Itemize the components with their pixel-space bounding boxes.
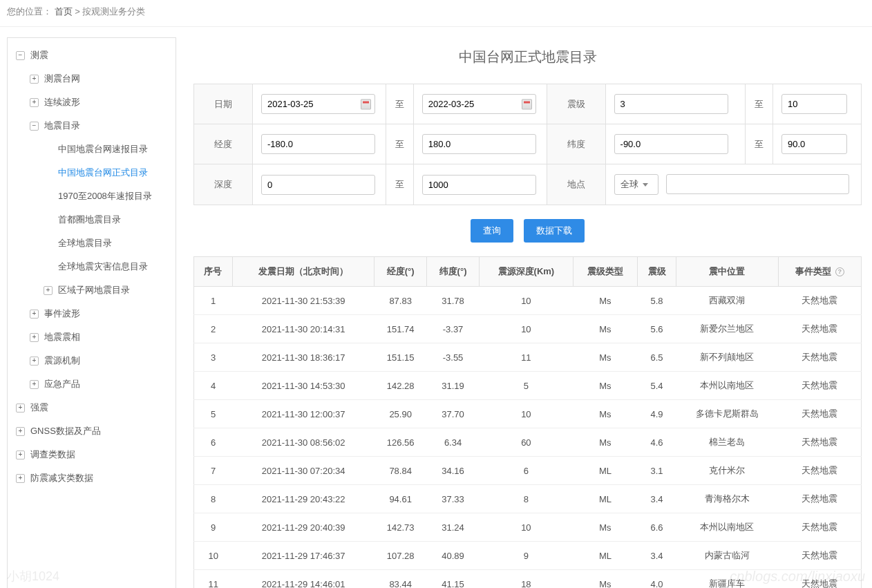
collapse-icon[interactable]: − bbox=[16, 51, 25, 60]
magnitude-to-input[interactable] bbox=[781, 94, 847, 114]
sidebar: − 测震 +测震台网+连续波形−地震目录中国地震台网速报目录中国地震台网正式目录… bbox=[7, 37, 176, 588]
table-row[interactable]: 62021-11-30 08:56:02126.566.3460Ms4.6棉兰老… bbox=[194, 428, 862, 457]
table-cell: 3.4 bbox=[638, 485, 676, 513]
table-cell: 6 bbox=[194, 428, 233, 457]
sidebar-item[interactable]: 全球地震灾害信息目录 bbox=[8, 255, 176, 278]
table-cell: 9 bbox=[479, 542, 573, 570]
table-cell: 31.24 bbox=[427, 513, 480, 542]
sidebar-item[interactable]: +GNSS数据及产品 bbox=[8, 419, 176, 443]
expand-icon[interactable]: + bbox=[30, 310, 39, 319]
sidebar-item[interactable]: 1970至2008年速报目录 bbox=[8, 184, 176, 208]
table-cell: 151.15 bbox=[375, 343, 427, 372]
sidebar-item[interactable]: 全球地震目录 bbox=[8, 231, 176, 255]
breadcrumb-current: 按观测业务分类 bbox=[82, 6, 145, 17]
magnitude-from-input[interactable] bbox=[614, 94, 728, 114]
sidebar-item[interactable]: +震源机制 bbox=[8, 349, 176, 372]
table-cell: Ms bbox=[573, 372, 637, 400]
query-button[interactable]: 查询 bbox=[471, 219, 513, 243]
expand-icon[interactable]: + bbox=[16, 451, 25, 459]
table-header: 序号 bbox=[194, 257, 233, 287]
table-row[interactable]: 42021-11-30 14:53:30142.2831.195Ms5.4本州以… bbox=[194, 372, 862, 400]
table-cell: 126.56 bbox=[375, 428, 427, 457]
table-row[interactable]: 22021-11-30 20:14:31151.74-3.3710Ms5.6新爱… bbox=[194, 315, 862, 343]
table-cell: 5.8 bbox=[638, 287, 676, 315]
sidebar-item[interactable]: +区域子网地震目录 bbox=[8, 278, 176, 302]
table-row[interactable]: 32021-11-30 18:36:17151.15-3.5511Ms6.5新不… bbox=[194, 343, 862, 372]
table-cell: 9 bbox=[194, 513, 233, 542]
expand-icon[interactable]: + bbox=[16, 427, 25, 436]
download-button[interactable]: 数据下载 bbox=[524, 219, 585, 243]
table-cell: 6.5 bbox=[638, 343, 676, 372]
table-cell: 10 bbox=[194, 542, 233, 570]
tree-root[interactable]: − 测震 bbox=[8, 44, 176, 67]
table-cell: 34.16 bbox=[427, 457, 480, 485]
label-depth: 深度 bbox=[194, 164, 253, 205]
expand-icon[interactable]: + bbox=[30, 380, 39, 389]
location-select[interactable]: 全球 bbox=[614, 174, 658, 195]
info-icon[interactable]: ? bbox=[835, 267, 844, 276]
table-cell: 天然地震 bbox=[778, 570, 861, 589]
expand-icon[interactable]: + bbox=[30, 75, 39, 84]
sidebar-item[interactable]: +调查类数据 bbox=[8, 443, 176, 466]
table-cell: 60 bbox=[479, 428, 573, 457]
table-cell: 天然地震 bbox=[778, 343, 861, 372]
table-row[interactable]: 52021-11-30 12:00:3725.9037.7010Ms4.9多德卡… bbox=[194, 400, 862, 428]
table-row[interactable]: 92021-11-29 20:40:39142.7331.2410Ms6.6本州… bbox=[194, 513, 862, 542]
table-cell: 78.84 bbox=[375, 457, 427, 485]
table-row[interactable]: 102021-11-29 17:46:37107.2840.899ML3.4内蒙… bbox=[194, 542, 862, 570]
depth-to-input[interactable] bbox=[422, 175, 536, 195]
table-cell: 2021-11-30 21:53:39 bbox=[232, 287, 374, 315]
location-text-input[interactable] bbox=[666, 174, 849, 194]
depth-from-input[interactable] bbox=[261, 175, 375, 195]
sidebar-item[interactable]: +防震减灾类数据 bbox=[8, 466, 176, 490]
expand-icon[interactable]: + bbox=[30, 357, 39, 366]
main-content: 中国台网正式地震目录 日期 至 震级 至 经度 至 bbox=[176, 37, 872, 588]
table-cell: 天然地震 bbox=[778, 372, 861, 400]
table-cell: 4 bbox=[194, 372, 233, 400]
date-from-input[interactable] bbox=[261, 94, 375, 114]
sidebar-item[interactable]: +测震台网 bbox=[8, 67, 176, 91]
sidebar-item[interactable]: +事件波形 bbox=[8, 302, 176, 325]
expand-icon[interactable]: + bbox=[44, 286, 53, 295]
table-cell: ML bbox=[573, 485, 637, 513]
sidebar-item[interactable]: +强震 bbox=[8, 396, 176, 419]
table-row[interactable]: 82021-11-29 20:43:2294.6137.338ML3.4青海格尔… bbox=[194, 485, 862, 513]
table-row[interactable]: 12021-11-30 21:53:3987.8331.7810Ms5.8西藏双… bbox=[194, 287, 862, 315]
breadcrumb-home[interactable]: 首页 bbox=[55, 6, 73, 17]
latitude-from-input[interactable] bbox=[614, 134, 728, 154]
sidebar-item[interactable]: 中国地震台网正式目录 bbox=[8, 161, 176, 184]
sidebar-item[interactable]: 首都圈地震目录 bbox=[8, 208, 176, 231]
filter-form: 日期 至 震级 至 经度 至 纬度 至 bbox=[193, 84, 862, 205]
latitude-to-input[interactable] bbox=[781, 134, 847, 154]
table-row[interactable]: 72021-11-30 07:20:3478.8434.166ML3.1克什米尔… bbox=[194, 457, 862, 485]
table-cell: 10 bbox=[479, 513, 573, 542]
longitude-to-input[interactable] bbox=[422, 134, 536, 154]
table-cell: 94.61 bbox=[375, 485, 427, 513]
sidebar-item[interactable]: 中国地震台网速报目录 bbox=[8, 137, 176, 161]
expand-icon[interactable]: + bbox=[30, 98, 39, 107]
sidebar-item[interactable]: −地震目录 bbox=[8, 114, 176, 137]
table-cell: 2021-11-30 14:53:30 bbox=[232, 372, 374, 400]
sidebar-item[interactable]: +应急产品 bbox=[8, 372, 176, 396]
label-longitude: 经度 bbox=[194, 124, 253, 164]
label-latitude: 纬度 bbox=[547, 124, 605, 164]
expand-icon[interactable]: + bbox=[16, 474, 25, 483]
table-cell: 2021-11-29 17:46:37 bbox=[232, 542, 374, 570]
date-to-input[interactable] bbox=[422, 94, 536, 114]
results-table: 序号发震日期（北京时间）经度(°)纬度(°)震源深度(Km)震级类型震级震中位置… bbox=[193, 256, 862, 588]
sidebar-item[interactable]: +地震震相 bbox=[8, 325, 176, 349]
table-cell: 2021-11-30 12:00:37 bbox=[232, 400, 374, 428]
longitude-from-input[interactable] bbox=[261, 134, 375, 154]
sidebar-item[interactable]: +连续波形 bbox=[8, 91, 176, 114]
table-cell: 2 bbox=[194, 315, 233, 343]
table-row[interactable]: 112021-11-29 14:46:0183.4441.1518Ms4.0新疆… bbox=[194, 570, 862, 589]
collapse-icon[interactable]: − bbox=[30, 122, 39, 131]
table-cell: 2021-11-29 20:40:39 bbox=[232, 513, 374, 542]
table-cell: 10 bbox=[479, 287, 573, 315]
table-cell: 142.73 bbox=[375, 513, 427, 542]
table-header: 震源深度(Km) bbox=[479, 257, 573, 287]
expand-icon[interactable]: + bbox=[30, 333, 39, 342]
expand-icon[interactable]: + bbox=[16, 404, 25, 412]
table-cell: 天然地震 bbox=[778, 513, 861, 542]
table-cell: Ms bbox=[573, 343, 637, 372]
